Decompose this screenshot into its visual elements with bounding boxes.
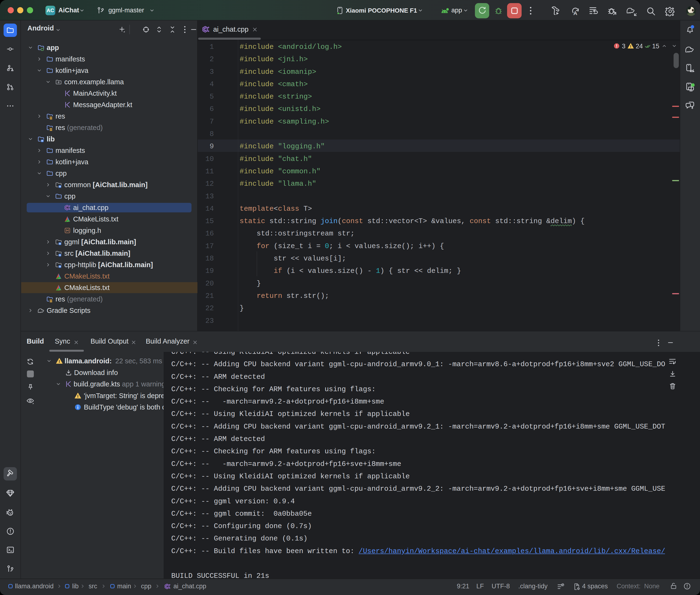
- svg-text:A: A: [573, 10, 577, 16]
